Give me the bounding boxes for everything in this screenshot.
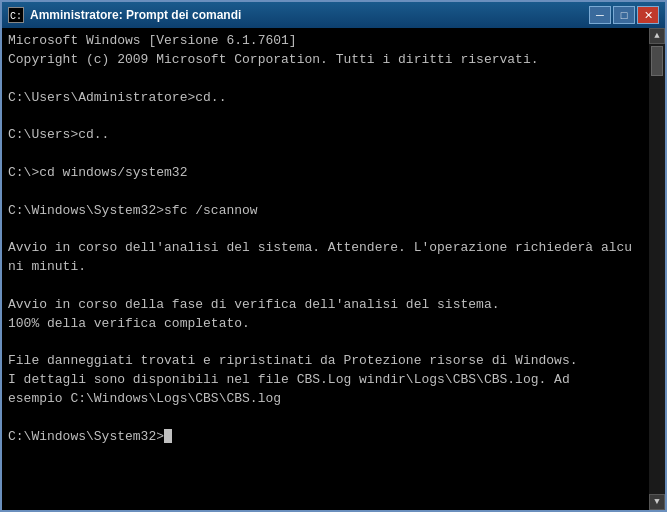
scroll-track[interactable]	[649, 44, 665, 494]
title-bar-left: C: Amministratore: Prompt dei comandi	[8, 7, 241, 23]
terminal-content: Microsoft Windows [Versione 6.1.7601] Co…	[8, 32, 659, 506]
scroll-thumb[interactable]	[651, 46, 663, 76]
scrollbar[interactable]: ▲ ▼	[649, 28, 665, 510]
minimize-button[interactable]: ─	[589, 6, 611, 24]
title-bar: C: Amministratore: Prompt dei comandi ─ …	[2, 2, 665, 28]
maximize-button[interactable]: □	[613, 6, 635, 24]
cursor	[164, 429, 172, 443]
svg-text:C:: C:	[10, 11, 22, 22]
cmd-window: C: Amministratore: Prompt dei comandi ─ …	[0, 0, 667, 512]
terminal-body[interactable]: Microsoft Windows [Versione 6.1.7601] Co…	[2, 28, 665, 510]
scroll-up-arrow[interactable]: ▲	[649, 28, 665, 44]
window-title: Amministratore: Prompt dei comandi	[30, 8, 241, 22]
close-button[interactable]: ✕	[637, 6, 659, 24]
scroll-down-arrow[interactable]: ▼	[649, 494, 665, 510]
window-controls: ─ □ ✕	[589, 6, 659, 24]
terminal-output: Microsoft Windows [Versione 6.1.7601] Co…	[8, 32, 659, 447]
cmd-icon: C:	[8, 7, 24, 23]
